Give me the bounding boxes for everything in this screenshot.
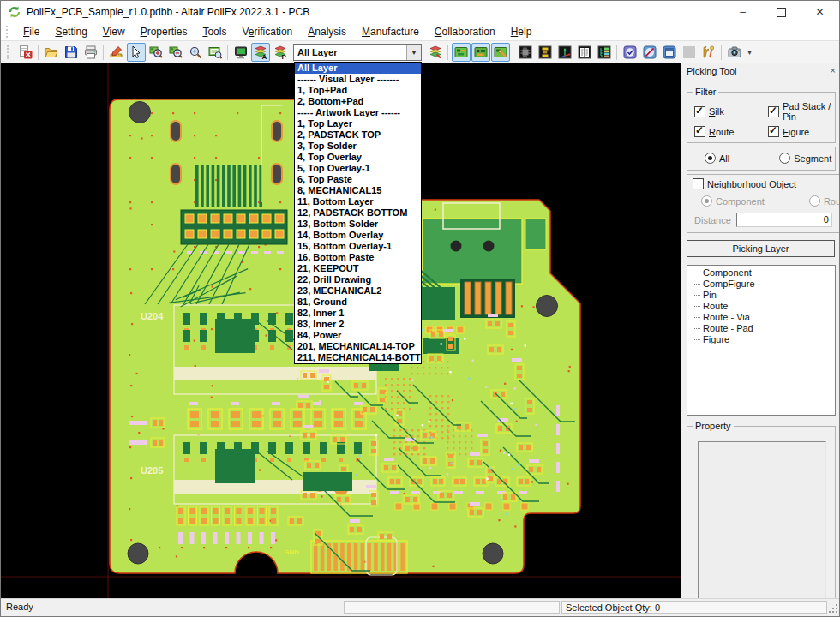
layer-option[interactable]: 2, Bottom+Pad xyxy=(295,96,421,107)
zoom-fit-button[interactable] xyxy=(206,43,225,62)
measure-button[interactable] xyxy=(107,43,126,62)
layer-option[interactable]: 6, Top Paste xyxy=(295,174,421,185)
display-option-button[interactable] xyxy=(231,43,250,62)
padstack-view-button[interactable] xyxy=(536,43,555,62)
capture-button[interactable] xyxy=(725,43,744,62)
zoom-out-button[interactable] xyxy=(166,43,185,62)
layer-pick-button[interactable]: P xyxy=(271,43,290,62)
view-3d-icon xyxy=(558,45,572,59)
menu-verification[interactable]: Verification xyxy=(234,24,300,39)
board-top-button[interactable] xyxy=(452,43,471,62)
layer-option[interactable]: All Layer xyxy=(295,63,421,74)
object-list-item[interactable]: Figure xyxy=(687,334,835,345)
resize-grip[interactable] xyxy=(828,603,838,615)
layer-option[interactable]: 14, Bottom Overlay xyxy=(295,230,421,241)
object-list-item[interactable]: Route - Via xyxy=(687,312,835,323)
layer-option[interactable]: 211, MECHANICAL14-BOTTOM xyxy=(295,352,421,363)
distance-input[interactable]: 0 xyxy=(736,213,832,227)
close-icon[interactable]: × xyxy=(831,65,836,75)
filter-checkbox-route[interactable]: Route xyxy=(694,126,768,137)
checkbox-box[interactable] xyxy=(694,106,705,117)
view-3d-button[interactable] xyxy=(555,43,574,62)
verify-button[interactable] xyxy=(621,43,639,62)
print-button[interactable] xyxy=(81,43,100,62)
zoom-window-button[interactable] xyxy=(186,43,205,62)
object-list-item[interactable]: Pin xyxy=(687,290,835,301)
object-list-item[interactable]: CompFigure xyxy=(687,279,835,290)
menu-collaboration[interactable]: Collaboration xyxy=(427,24,503,39)
radio-circle[interactable] xyxy=(705,153,716,164)
layer-option[interactable]: 81, Ground xyxy=(295,297,421,308)
layer-option[interactable]: 201, MECHANICAL14-TOP xyxy=(295,341,421,352)
picking-layer-button[interactable]: Picking Layer xyxy=(687,240,835,257)
maximize-button[interactable] xyxy=(762,1,801,23)
layer-option[interactable]: 12, PADSTACK BOTTOM xyxy=(295,207,421,219)
select-button[interactable] xyxy=(127,43,146,62)
overflow-button[interactable]: ▾ xyxy=(745,43,755,62)
layer-option[interactable]: 21, KEEPOUT xyxy=(295,263,421,274)
board-bottom-button[interactable] xyxy=(471,43,490,62)
close-button[interactable]: ✕ xyxy=(801,1,839,23)
layer-option[interactable]: 15, Bottom Overlay-1 xyxy=(295,241,421,252)
toolbar-grip[interactable] xyxy=(7,45,13,59)
radio-circle[interactable] xyxy=(779,153,790,164)
save-button[interactable] xyxy=(62,43,81,62)
menu-setting[interactable]: Setting xyxy=(47,24,94,39)
edit-lock-button[interactable] xyxy=(640,43,659,62)
window-view-button[interactable] xyxy=(660,43,679,62)
checkbox-box[interactable] xyxy=(694,126,705,137)
menu-view[interactable]: View xyxy=(95,24,133,39)
neighborhood-checkbox-box[interactable] xyxy=(693,178,704,189)
layer-option[interactable]: 11, Bottom Layer xyxy=(295,196,421,207)
board-tool-button[interactable] xyxy=(491,43,510,62)
object-list-item[interactable]: Route - Pad xyxy=(687,323,835,334)
component-view-button[interactable] xyxy=(516,43,535,62)
menu-file[interactable]: File xyxy=(15,24,47,39)
layer-option[interactable]: 84, Power xyxy=(295,330,421,341)
layer-option[interactable]: 5, Top Overlay-1 xyxy=(295,163,421,174)
menu-help[interactable]: Help xyxy=(503,24,540,39)
neighborhood-checkbox[interactable]: Neighborhood Object xyxy=(693,178,840,189)
layer-option[interactable]: ----- Artwork Layer ------ xyxy=(295,107,421,118)
layer-all-button[interactable]: A xyxy=(251,43,270,62)
layer-option[interactable]: 13, Bottom Solder xyxy=(295,219,421,230)
minimize-button[interactable]: – xyxy=(723,1,762,23)
chevron-down-icon[interactable]: ▼ xyxy=(406,45,421,60)
scope-radio-segment[interactable]: Segment xyxy=(779,153,831,164)
zoom-in-button[interactable] xyxy=(147,43,165,62)
filter-checkbox-figure[interactable]: Figure xyxy=(768,126,831,137)
netlist-view-button[interactable] xyxy=(575,43,594,62)
scope-radio-all[interactable]: All xyxy=(705,153,729,164)
close-pcb-button[interactable] xyxy=(16,43,35,62)
object-list-item[interactable]: Route xyxy=(687,301,835,312)
layer-option[interactable]: 2, PADSTACK TOP xyxy=(295,129,421,141)
checkbox-box[interactable] xyxy=(768,106,779,117)
checkbox-box[interactable] xyxy=(768,126,779,137)
layer-option[interactable]: 23, MECHANICAL2 xyxy=(295,285,421,297)
layer-option[interactable]: 82, Inner 1 xyxy=(295,308,421,319)
layer-option[interactable]: 8, MECHANICAL15 xyxy=(295,185,421,196)
filter-checkbox-silk[interactable]: Silk xyxy=(694,101,768,122)
menu-manufacture[interactable]: Manufacture xyxy=(354,24,427,39)
layer-select-combo[interactable]: All Layer▼ xyxy=(293,44,422,61)
object-type-list[interactable]: ComponentCompFigurePinRouteRoute - ViaRo… xyxy=(687,265,836,416)
menu-tools[interactable]: Tools xyxy=(195,24,234,39)
menu-analysis[interactable]: Analysis xyxy=(300,24,354,39)
layer-option[interactable]: 3, Top Solder xyxy=(295,141,421,152)
layer-option[interactable]: 16, Bottom Paste xyxy=(295,252,421,263)
layer-option[interactable]: 1, Top Layer xyxy=(295,118,421,129)
toolbar-grip[interactable] xyxy=(6,26,12,38)
filter-checkbox-pad-stack-pin[interactable]: Pad Stack / Pin xyxy=(768,101,831,122)
layer-option[interactable]: 22, Drill Drawing xyxy=(295,274,421,285)
layer-option[interactable]: 83, Inner 2 xyxy=(295,319,421,330)
layer-dropdown-list: All Layer------ Visual Layer -------1, T… xyxy=(294,62,422,364)
layer-option[interactable]: 4, Top Overlay xyxy=(295,152,421,163)
layer-option[interactable]: 1, Top+Pad xyxy=(295,85,421,96)
menu-properties[interactable]: Properties xyxy=(133,24,195,39)
tree-view-button[interactable] xyxy=(595,43,614,62)
object-list-item[interactable]: Component xyxy=(687,267,835,279)
tools-config-button[interactable] xyxy=(699,43,718,62)
open-button[interactable] xyxy=(42,43,61,62)
layer-option[interactable]: ------ Visual Layer ------- xyxy=(295,74,421,85)
layer-setting-button[interactable] xyxy=(426,43,445,62)
